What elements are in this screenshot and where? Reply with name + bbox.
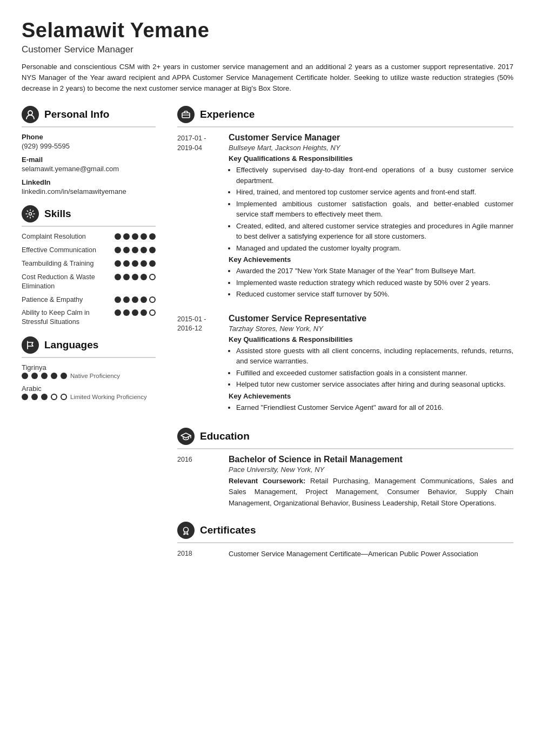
degree-title: Bachelor of Science in Retail Management [229, 455, 513, 464]
skills-title: Skills [44, 208, 71, 220]
skill-name: Ability to Keep Calm in Stressful Situat… [22, 308, 110, 327]
filled-dot [141, 274, 147, 280]
experience-date: 2017-01 - 2019-04 [177, 133, 229, 302]
personal-info-icon [22, 106, 39, 123]
filled-dot [132, 260, 138, 267]
achievement-item: Awarded the 2017 "New York State Manager… [236, 266, 513, 276]
qualifications-heading: Key Qualifications & Responsibilities [229, 335, 513, 343]
skill-row: Effective Communication [22, 246, 156, 255]
language-name: Arabic [22, 384, 156, 393]
skill-name: Complaint Resolution [22, 232, 110, 241]
certificate-date: 2018 [177, 549, 229, 559]
empty-dot [149, 309, 156, 316]
qualification-item: Assisted store guests with all client co… [236, 346, 513, 367]
skill-dots [115, 233, 156, 240]
skills-section-header: Skills [22, 205, 156, 227]
coursework-label: Relevant Coursework: [229, 477, 310, 485]
education-section-header: Education [177, 428, 513, 449]
filled-dot [149, 247, 156, 253]
filled-dot [141, 296, 147, 303]
language-name: Tigrinya [22, 363, 156, 372]
education-content: Bachelor of Science in Retail Management… [229, 455, 513, 508]
skill-name: Patience & Empathy [22, 295, 110, 305]
skill-row: Ability to Keep Calm in Stressful Situat… [22, 308, 156, 327]
experience-content: Customer Service RepresentativeTarzhay S… [229, 314, 513, 415]
skill-name: Cost Reduction & Waste Elimination [22, 273, 110, 291]
skill-name: Effective Communication [22, 246, 110, 255]
filled-dot [115, 233, 121, 240]
skill-dots [115, 247, 156, 253]
candidate-title: Customer Service Manager [22, 44, 513, 55]
filled-dot [61, 373, 67, 379]
company-name: Tarzhay Stores, New York, NY [229, 325, 513, 333]
certificates-section-header: Certificates [177, 522, 513, 543]
qualification-item: Managed and updated the customer loyalty… [236, 243, 513, 254]
filled-dot [115, 247, 121, 253]
filled-dot [132, 296, 138, 303]
achievement-item: Implemented waste reduction strategy whi… [236, 278, 513, 288]
email-label: E-mail [22, 156, 156, 164]
filled-dot [141, 260, 147, 267]
linkedin-label: LinkedIn [22, 178, 156, 186]
personal-info-section-header: Personal Info [22, 106, 156, 127]
filled-dot [115, 274, 121, 280]
experience-icon [177, 106, 195, 123]
education-icon [177, 428, 195, 445]
languages-section-header: Languages [22, 336, 156, 358]
language-row: ArabicLimited Working Proficiency [22, 384, 156, 400]
languages-title: Languages [44, 339, 98, 351]
achievement-item: Earned "Friendliest Customer Service Age… [236, 402, 513, 413]
filled-dot [149, 260, 156, 267]
filled-dot [132, 274, 138, 280]
filled-dot [149, 233, 156, 240]
filled-dot [31, 394, 38, 400]
empty-dot [61, 394, 67, 400]
experience-entry: 2015-01 - 2016-12Customer Service Repres… [177, 314, 513, 415]
company-name: Bullseye Mart, Jackson Heights, NY [229, 144, 513, 152]
empty-dot [51, 394, 57, 400]
certificates-list: 2018Customer Service Management Certific… [177, 549, 513, 559]
filled-dot [141, 309, 147, 316]
filled-dot [123, 296, 130, 303]
linkedin-value: linkedin.com/in/selamawityemane [22, 187, 156, 195]
phone-label: Phone [22, 133, 156, 141]
email-value: selamawit.yemane@gmail.com [22, 165, 156, 173]
filled-dot [123, 309, 130, 316]
skill-name: Teambuilding & Training [22, 259, 110, 268]
filled-dot [51, 373, 57, 379]
summary-text: Personable and conscientious CSM with 2+… [22, 62, 513, 94]
resume-header: Selamawit Yemane Customer Service Manage… [22, 19, 513, 94]
experience-entry: 2017-01 - 2019-04Customer Service Manage… [177, 133, 513, 302]
svg-marker-4 [181, 433, 191, 438]
left-column: Personal Info Phone (929) 999-5595 E-mai… [22, 106, 168, 564]
language-proficiency-label: Limited Working Proficiency [70, 394, 147, 400]
empty-dot [149, 296, 156, 303]
achievements-list: Earned "Friendliest Customer Service Age… [229, 402, 513, 413]
filled-dot [22, 373, 28, 379]
filled-dot [123, 260, 130, 267]
job-title: Customer Service Manager [229, 133, 513, 143]
svg-point-6 [184, 527, 189, 532]
filled-dot [141, 233, 147, 240]
filled-dot [115, 296, 121, 303]
filled-dot [132, 247, 138, 253]
school-name: Pace University, New York, NY [229, 465, 513, 474]
experience-section-header: Experience [177, 106, 513, 127]
qualification-item: Effectively supervised day-to-day front-… [236, 165, 513, 186]
skill-row: Patience & Empathy [22, 295, 156, 305]
skill-dots [115, 260, 156, 267]
phone-value: (929) 999-5595 [22, 142, 156, 150]
certificates-icon [177, 522, 195, 539]
filled-dot [41, 394, 48, 400]
experience-date: 2015-01 - 2016-12 [177, 314, 229, 415]
qualification-item: Implemented ambitious customer satisfact… [236, 199, 513, 220]
filled-dot [22, 394, 28, 400]
empty-dot [149, 274, 156, 280]
language-row: TigrinyaNative Proficiency [22, 363, 156, 379]
skill-dots [115, 296, 156, 303]
skill-row: Teambuilding & Training [22, 259, 156, 268]
filled-dot [31, 373, 38, 379]
education-title: Education [200, 430, 250, 442]
qualifications-list: Effectively supervised day-to-day front-… [229, 165, 513, 253]
experience-list: 2017-01 - 2019-04Customer Service Manage… [177, 133, 513, 415]
